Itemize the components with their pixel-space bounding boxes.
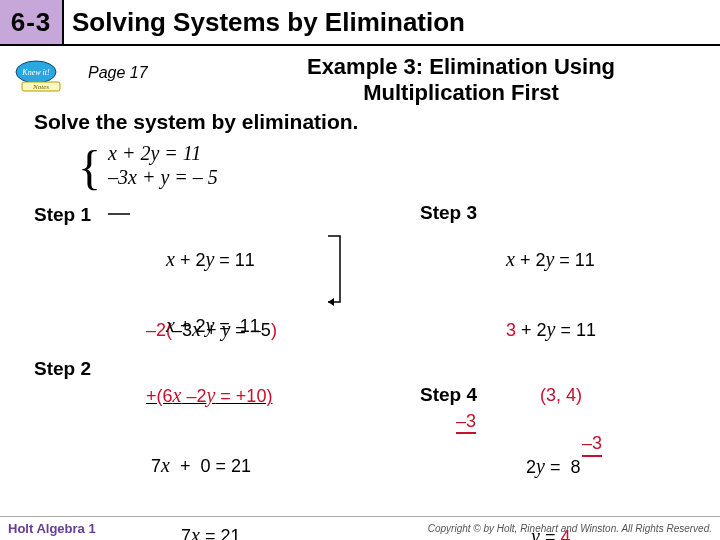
step2-line2: +(6x –2y = +10) bbox=[146, 383, 272, 408]
knew-it-icon: Knew it! Notes bbox=[14, 58, 66, 92]
step2-math: x + 2y = 11 +(6x –2y = +10) 7x + 0 = 21 … bbox=[146, 268, 272, 540]
system-line1: x + 2y = 11 bbox=[108, 142, 218, 166]
example-title-line1: Example 3: Elimination Using bbox=[226, 54, 696, 80]
example-title-line2: Multiplication First bbox=[226, 80, 696, 106]
step-1-label: Step 1 bbox=[34, 204, 91, 226]
page-label: Page 17 bbox=[88, 64, 148, 82]
knew-it-top: Knew it! bbox=[21, 68, 50, 77]
example-title: Example 3: Elimination Using Multiplicat… bbox=[226, 54, 696, 106]
system-equations: x + 2y = 11 –3x + y = – 5 bbox=[108, 142, 218, 189]
knew-it-bottom: Notes bbox=[32, 83, 49, 91]
solution: (3, 4) bbox=[540, 384, 582, 407]
step3-sub-left: –3 bbox=[456, 410, 476, 435]
footer-left: Holt Algebra 1 bbox=[8, 521, 96, 536]
step-3-label: Step 3 bbox=[420, 202, 477, 224]
step3-line1: x + 2y = 11 bbox=[506, 247, 596, 272]
instruction: Solve the system by elimination. bbox=[34, 110, 358, 134]
lesson-number: 6-3 bbox=[11, 7, 52, 38]
step3-line2: 3 + 2y = 11 bbox=[506, 317, 596, 342]
step2-line3: 7x + 0 = 21 bbox=[146, 453, 272, 478]
step2-line1: x + 2y = 11 bbox=[146, 313, 272, 338]
system-line2: –3x + y = – 5 bbox=[108, 166, 218, 190]
svg-marker-2 bbox=[328, 298, 334, 306]
system-brace: { bbox=[78, 140, 101, 195]
step3-sub-right: –3 bbox=[582, 432, 602, 457]
footer: Holt Algebra 1 Copyright © by Holt, Rine… bbox=[0, 516, 720, 540]
lesson-title: Solving Systems by Elimination bbox=[64, 0, 465, 44]
step-2-label: Step 2 bbox=[34, 358, 91, 380]
step3-math: x + 2y = 11 3 + 2y = 11 –3 –3 2y = 8 y =… bbox=[506, 202, 596, 540]
footer-right: Copyright © by Holt, Rinehart and Winsto… bbox=[428, 523, 712, 534]
lesson-number-box: 6-3 bbox=[0, 0, 64, 44]
step-4-label: Step 4 bbox=[420, 384, 477, 406]
content-area: Knew it! Notes Page 17 Example 3: Elimin… bbox=[0, 46, 720, 516]
header: 6-3 Solving Systems by Elimination bbox=[0, 0, 720, 46]
